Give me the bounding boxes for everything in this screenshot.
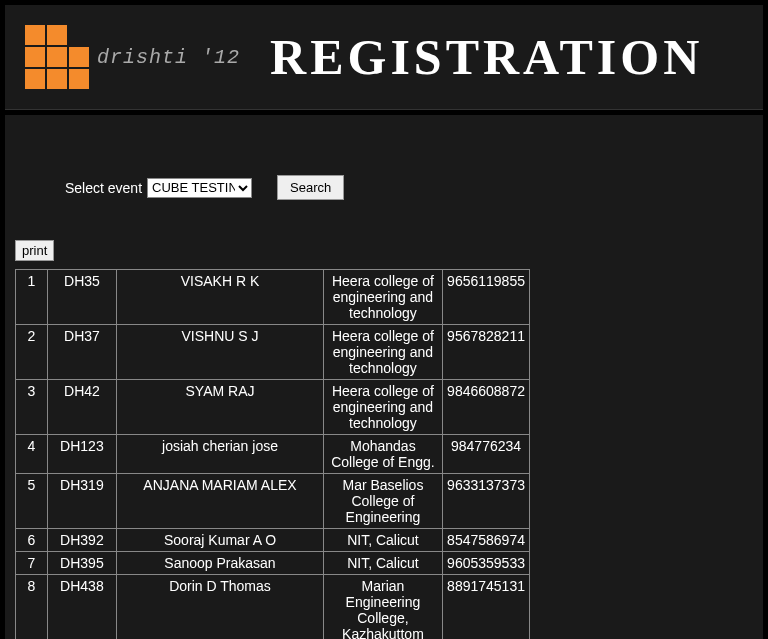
table-row: 4DH123josiah cherian joseMohandas Colleg…: [16, 435, 530, 474]
cell-college: Mar Baselios College of Engineering: [323, 474, 442, 529]
cell-name: SYAM RAJ: [117, 380, 324, 435]
cell-phone: 9656119855: [443, 270, 530, 325]
search-button[interactable]: Search: [277, 175, 344, 200]
cell-phone: 8891745131: [443, 575, 530, 640]
cell-idx: 2: [16, 325, 48, 380]
cell-name: VISHNU S J: [117, 325, 324, 380]
cell-college: Mohandas College of Engg.: [323, 435, 442, 474]
table-row: 2DH37VISHNU S JHeera college of engineer…: [16, 325, 530, 380]
cell-name: josiah cherian jose: [117, 435, 324, 474]
cell-idx: 6: [16, 529, 48, 552]
cell-name: Dorin D Thomas: [117, 575, 324, 640]
cell-college: Marian Engineering College, Kazhakuttom: [323, 575, 442, 640]
cell-idx: 8: [16, 575, 48, 640]
cell-idx: 1: [16, 270, 48, 325]
cell-idx: 7: [16, 552, 48, 575]
cell-college: NIT, Calicut: [323, 529, 442, 552]
cell-code: DH438: [47, 575, 117, 640]
table-row: 7DH395Sanoop PrakasanNIT, Calicut9605359…: [16, 552, 530, 575]
cell-phone: 984776234: [443, 435, 530, 474]
cell-code: DH319: [47, 474, 117, 529]
cell-idx: 3: [16, 380, 48, 435]
logo-squares-icon: [25, 25, 89, 89]
cell-code: DH395: [47, 552, 117, 575]
cell-phone: 9567828211: [443, 325, 530, 380]
event-select[interactable]: CUBE TESTIN: [147, 178, 252, 198]
cell-name: ANJANA MARIAM ALEX: [117, 474, 324, 529]
cell-code: DH392: [47, 529, 117, 552]
logo-text: drishti '12: [97, 46, 240, 69]
cell-idx: 4: [16, 435, 48, 474]
cell-name: Sanoop Prakasan: [117, 552, 324, 575]
cell-college: Heera college of engineering and technol…: [323, 325, 442, 380]
cell-name: VISAKH R K: [117, 270, 324, 325]
table-row: 6DH392Sooraj Kumar A ONIT, Calicut854758…: [16, 529, 530, 552]
search-row: Select event CUBE TESTIN Search: [65, 175, 713, 200]
print-button[interactable]: print: [15, 240, 54, 261]
cell-name: Sooraj Kumar A O: [117, 529, 324, 552]
header: drishti '12 REGISTRATION: [5, 5, 763, 110]
cell-phone: 8547586974: [443, 529, 530, 552]
cell-code: DH42: [47, 380, 117, 435]
cell-college: Heera college of engineering and technol…: [323, 270, 442, 325]
event-label: Select event: [65, 180, 142, 196]
cell-phone: 9633137373: [443, 474, 530, 529]
table-row: 5DH319ANJANA MARIAM ALEXMar Baselios Col…: [16, 474, 530, 529]
logo: drishti '12: [25, 25, 240, 89]
cell-idx: 5: [16, 474, 48, 529]
page-title: REGISTRATION: [270, 28, 703, 86]
cell-code: DH37: [47, 325, 117, 380]
cell-phone: 9846608872: [443, 380, 530, 435]
cell-code: DH35: [47, 270, 117, 325]
cell-code: DH123: [47, 435, 117, 474]
results-table: 1DH35VISAKH R KHeera college of engineer…: [15, 269, 530, 639]
content: Select event CUBE TESTIN Search print 1D…: [5, 115, 763, 639]
cell-college: NIT, Calicut: [323, 552, 442, 575]
cell-college: Heera college of engineering and technol…: [323, 380, 442, 435]
cell-phone: 9605359533: [443, 552, 530, 575]
table-row: 3DH42SYAM RAJHeera college of engineerin…: [16, 380, 530, 435]
table-row: 8DH438Dorin D ThomasMarian Engineering C…: [16, 575, 530, 640]
table-row: 1DH35VISAKH R KHeera college of engineer…: [16, 270, 530, 325]
